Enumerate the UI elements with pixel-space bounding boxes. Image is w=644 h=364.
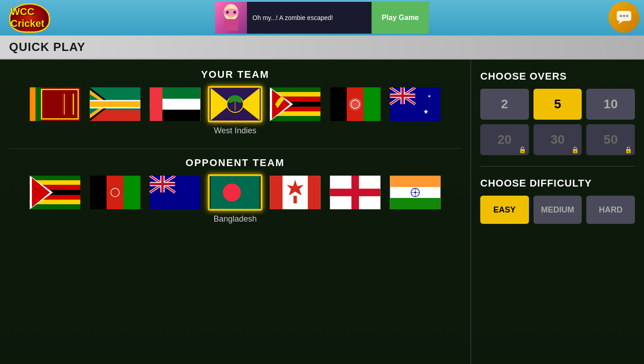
svg-rect-74 — [30, 204, 80, 209]
ad-character-icon — [217, 3, 245, 33]
opponent-team-title: OPPONENT TEAM — [186, 157, 285, 169]
svg-rect-29 — [150, 87, 163, 121]
right-panel: CHOOSE OVERS 2 5 10 20 🔒 30 🔒 50 🔒 — [471, 60, 644, 364]
svg-rect-11 — [30, 87, 36, 121]
overs-grid: 2 5 10 20 🔒 30 🔒 50 🔒 — [480, 89, 635, 155]
opp-flag-zimbabwe[interactable] — [28, 174, 82, 211]
opponent-team-section: OPPONENT TEAM — [9, 157, 461, 224]
difficulty-medium-button[interactable]: MEDIUM — [533, 196, 582, 224]
ad-text: Oh my...! A zombie escaped! — [247, 14, 372, 21]
wcc-logo: WCC Cricket — [5, 2, 55, 34]
team-separator — [9, 148, 461, 149]
svg-point-4 — [233, 11, 236, 14]
flag-west-indies[interactable] — [208, 86, 262, 122]
flag-uae[interactable] — [148, 86, 202, 122]
svg-rect-78 — [90, 176, 107, 209]
svg-rect-96 — [308, 176, 321, 209]
choose-difficulty-section: CHOOSE DIFFICULTY EASY MEDIUM HARD — [480, 177, 635, 224]
svg-rect-68 — [30, 176, 80, 180]
content-area: YOUR TEAM — [0, 60, 644, 364]
your-team-section: YOUR TEAM — [9, 69, 461, 136]
difficulty-easy-button[interactable]: EASY — [480, 196, 529, 224]
main-content: QUICK PLAY YOUR TEAM — [0, 35, 644, 364]
difficulty-hard-button[interactable]: HARD — [586, 196, 635, 224]
choose-overs-title: CHOOSE OVERS — [480, 71, 635, 82]
svg-rect-45 — [270, 116, 321, 121]
svg-rect-12 — [35, 87, 41, 121]
opp-flag-india[interactable] — [388, 174, 443, 211]
chat-icon-button[interactable] — [609, 2, 639, 33]
opponent-team-flag-row — [28, 174, 443, 211]
svg-point-93 — [223, 183, 241, 202]
lock-icon-30: 🔒 — [571, 146, 579, 153]
svg-rect-95 — [270, 176, 283, 209]
flag-sri-lanka[interactable] — [28, 86, 82, 122]
your-team-flag-row — [28, 86, 443, 122]
svg-point-8 — [623, 15, 625, 17]
svg-rect-39 — [270, 87, 321, 92]
svg-point-7 — [620, 15, 622, 17]
svg-rect-25 — [90, 101, 141, 107]
quick-play-title: QUICK PLAY — [9, 40, 86, 54]
choose-overs-section: CHOOSE OVERS 2 5 10 20 🔒 30 🔒 50 🔒 — [480, 71, 635, 155]
logo-text: WCC Cricket — [10, 6, 49, 30]
overs-2-button[interactable]: 2 — [480, 89, 529, 120]
top-bar: WCC Cricket Oh my...! A zombie escaped! … — [0, 0, 644, 35]
overs-10-button[interactable]: 10 — [586, 89, 635, 120]
svg-rect-103 — [390, 176, 441, 187]
lock-icon-50: 🔒 — [624, 146, 632, 153]
opp-flag-afghanistan[interactable] — [88, 174, 142, 211]
svg-rect-52 — [364, 87, 381, 121]
overs-50-button[interactable]: 50 🔒 — [586, 124, 635, 155]
flag-afghanistan[interactable] — [328, 86, 382, 122]
your-team-title: YOUR TEAM — [201, 69, 269, 81]
ad-play-button[interactable]: Play Game — [372, 2, 429, 34]
selected-opponent-label: Bangladesh — [213, 214, 257, 224]
opp-flag-england[interactable] — [328, 174, 382, 211]
flag-australia[interactable] — [388, 86, 443, 122]
overs-30-button[interactable]: 30 🔒 — [533, 124, 582, 155]
ad-banner[interactable]: Oh my...! A zombie escaped! Play Game — [215, 2, 429, 34]
svg-marker-6 — [618, 21, 624, 24]
ad-image — [215, 2, 247, 34]
opp-flag-bangladesh[interactable] — [208, 174, 262, 211]
flag-south-africa[interactable] — [88, 86, 142, 122]
svg-rect-64 — [390, 95, 416, 97]
svg-point-3 — [226, 11, 229, 14]
svg-point-9 — [626, 15, 629, 17]
flag-zimbabwe[interactable] — [268, 86, 322, 122]
svg-rect-98 — [293, 196, 297, 203]
opp-flag-canada[interactable] — [268, 174, 322, 211]
right-divider — [480, 166, 635, 167]
svg-rect-101 — [330, 189, 381, 197]
logo-circle: WCC Cricket — [9, 3, 50, 33]
lock-icon-20: 🔒 — [518, 146, 526, 153]
selected-team-label: West Indies — [214, 126, 257, 136]
svg-rect-50 — [330, 87, 347, 121]
quick-play-header: QUICK PLAY — [0, 35, 644, 60]
svg-point-2 — [223, 9, 239, 16]
difficulty-row: EASY MEDIUM HARD — [480, 196, 635, 224]
left-panel: YOUR TEAM — [0, 60, 471, 364]
opp-flag-australia[interactable] — [148, 174, 202, 211]
choose-difficulty-title: CHOOSE DIFFICULTY — [480, 177, 635, 189]
svg-rect-1 — [224, 19, 238, 30]
overs-20-button[interactable]: 20 🔒 — [480, 124, 529, 155]
chat-icon — [615, 9, 633, 26]
svg-rect-91 — [150, 183, 176, 186]
svg-rect-104 — [390, 198, 441, 209]
svg-rect-80 — [124, 176, 141, 209]
svg-rect-79 — [107, 176, 124, 209]
overs-5-button[interactable]: 5 — [533, 89, 582, 120]
